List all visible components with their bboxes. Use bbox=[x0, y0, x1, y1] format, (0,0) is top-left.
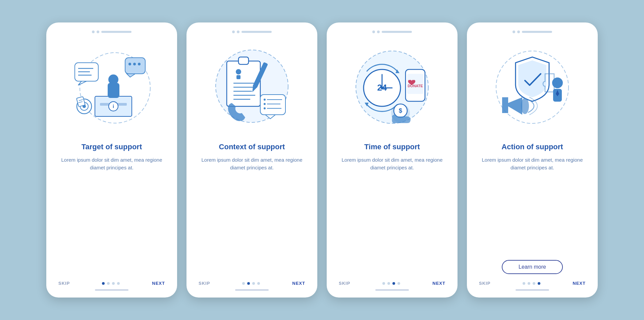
next-button[interactable]: NEXT bbox=[432, 281, 445, 286]
dot-indicator-4[interactable] bbox=[397, 282, 400, 285]
dot-indicator-3[interactable] bbox=[252, 282, 255, 285]
skip-button[interactable]: SKIP bbox=[58, 281, 70, 286]
next-button[interactable]: NEXT bbox=[152, 281, 165, 286]
card-title: Target of support bbox=[82, 143, 142, 151]
top-dot-1 bbox=[92, 31, 95, 33]
dot-indicator-1[interactable] bbox=[523, 282, 525, 285]
svg-text:i: i bbox=[113, 104, 114, 109]
illustration-area bbox=[484, 39, 581, 137]
card-body: Lorem ipsum dolor sit dim amet, mea regi… bbox=[476, 156, 588, 255]
dot-indicator-3[interactable] bbox=[112, 282, 115, 285]
top-line bbox=[522, 31, 552, 33]
svg-rect-12 bbox=[125, 58, 145, 74]
top-dot-2 bbox=[97, 31, 99, 33]
dot-indicator-1[interactable] bbox=[242, 282, 245, 285]
card-footer: SKIPNEXT bbox=[196, 281, 308, 286]
dots-row bbox=[242, 282, 260, 285]
dot-indicator-2[interactable] bbox=[528, 282, 530, 285]
card-title: Time of support bbox=[364, 143, 420, 151]
phone-top-bar bbox=[196, 31, 308, 33]
action-illustration bbox=[489, 44, 576, 131]
card-title: Context of support bbox=[219, 143, 285, 151]
svg-marker-16 bbox=[127, 74, 135, 77]
target-illustration: i bbox=[68, 44, 155, 131]
card-body: Lorem ipsum dolor sit dim amet, mea regi… bbox=[336, 156, 448, 276]
svg-text:24: 24 bbox=[377, 83, 387, 93]
skip-button[interactable]: SKIP bbox=[199, 281, 210, 286]
dot-indicator-4[interactable] bbox=[117, 282, 120, 285]
card-body: Lorem ipsum dolor sit dim amet, mea regi… bbox=[196, 156, 308, 276]
top-dot-2 bbox=[237, 31, 239, 33]
skip-button[interactable]: SKIP bbox=[479, 281, 490, 286]
next-button[interactable]: NEXT bbox=[573, 281, 586, 286]
phone-top-bar bbox=[56, 31, 168, 33]
dot-indicator-2[interactable] bbox=[387, 282, 390, 285]
dot-indicator-1[interactable] bbox=[102, 282, 105, 285]
dot-indicator-2[interactable] bbox=[107, 282, 110, 285]
card-title: Action of support bbox=[501, 143, 563, 151]
illustration-area: 24 DONATE $ bbox=[343, 39, 441, 137]
bottom-handle bbox=[95, 289, 128, 291]
skip-button[interactable]: SKIP bbox=[339, 281, 350, 286]
svg-point-27 bbox=[236, 69, 241, 74]
dot-indicator-1[interactable] bbox=[382, 282, 385, 285]
time-illustration: 24 DONATE $ bbox=[348, 44, 436, 131]
svg-point-37 bbox=[264, 99, 266, 101]
learn-more-button[interactable]: Learn more bbox=[502, 260, 563, 274]
svg-rect-26 bbox=[238, 57, 249, 64]
bottom-handle bbox=[235, 289, 269, 291]
phone-card-1: i Target of supportLorem ipsum dolor sit… bbox=[46, 22, 177, 298]
svg-text:DONATE: DONATE bbox=[408, 84, 423, 88]
dots-row bbox=[382, 282, 400, 285]
illustration-area bbox=[203, 39, 301, 137]
phone-card-2: Context of supportLorem ipsum dolor sit … bbox=[186, 22, 317, 298]
top-dot-1 bbox=[513, 31, 515, 33]
context-illustration bbox=[208, 44, 296, 131]
top-dot-2 bbox=[517, 31, 520, 33]
bottom-handle bbox=[516, 289, 549, 291]
svg-rect-3 bbox=[108, 83, 119, 98]
dot-indicator-2[interactable] bbox=[247, 282, 250, 285]
screens-container: i Target of supportLorem ipsum dolor sit… bbox=[33, 9, 611, 311]
dot-indicator-3[interactable] bbox=[392, 282, 395, 285]
svg-point-13 bbox=[128, 63, 131, 65]
svg-point-41 bbox=[264, 107, 266, 109]
dots-row bbox=[523, 282, 540, 285]
phone-card-4: Action of supportLorem ipsum dolor sit d… bbox=[467, 22, 598, 298]
svg-marker-11 bbox=[78, 81, 87, 85]
top-dot-2 bbox=[377, 31, 380, 33]
svg-point-14 bbox=[133, 63, 136, 65]
dot-indicator-4[interactable] bbox=[538, 282, 540, 285]
card-footer: SKIPNEXT bbox=[336, 281, 448, 286]
dot-indicator-3[interactable] bbox=[533, 282, 535, 285]
illustration-area: i bbox=[63, 39, 160, 137]
dot-indicator-4[interactable] bbox=[257, 282, 260, 285]
bottom-handle bbox=[375, 289, 409, 291]
card-footer: SKIPNEXT bbox=[476, 281, 588, 286]
next-button[interactable]: NEXT bbox=[292, 281, 305, 286]
svg-point-39 bbox=[264, 103, 266, 105]
phone-card-3: 24 DONATE $ Time of supportLorem ipsum d… bbox=[327, 22, 458, 298]
card-footer: SKIPNEXT bbox=[56, 281, 168, 286]
phone-top-bar bbox=[476, 31, 588, 33]
svg-text:$: $ bbox=[399, 107, 402, 114]
top-line bbox=[382, 31, 412, 33]
top-dot-1 bbox=[372, 31, 375, 33]
svg-point-15 bbox=[138, 63, 141, 65]
svg-point-4 bbox=[108, 74, 118, 85]
top-dot-1 bbox=[232, 31, 235, 33]
card-body: Lorem ipsum dolor sit dim amet, mea regi… bbox=[56, 156, 168, 276]
svg-point-63 bbox=[521, 98, 529, 114]
dots-row bbox=[102, 282, 120, 285]
top-line bbox=[101, 31, 131, 33]
phone-top-bar bbox=[336, 31, 448, 33]
top-line bbox=[241, 31, 272, 33]
svg-rect-28 bbox=[236, 75, 240, 79]
